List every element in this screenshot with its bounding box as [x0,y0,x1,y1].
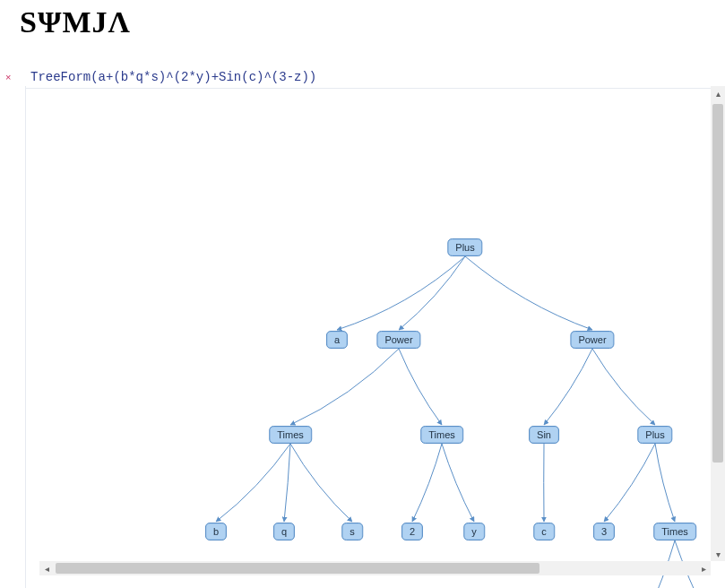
tree-node[interactable]: a [326,331,348,349]
tree-node[interactable]: b [205,523,227,540]
scroll-down-icon[interactable]: ▾ [711,547,725,561]
close-icon[interactable]: × [5,73,11,82]
output-panel[interactable]: PlusaPowerPowerTimesTimesSinPlusbqs2yc3T… [25,86,725,588]
tree-node[interactable]: q [273,523,295,540]
tree-node[interactable]: Times [653,523,696,540]
scroll-right-icon[interactable]: ▸ [696,561,711,575]
tree-node[interactable]: y [463,523,485,540]
horizontal-scroll-thumb[interactable] [56,563,539,574]
tree-node[interactable]: c [533,523,555,540]
tree-node[interactable]: Power [570,331,614,349]
tree-node[interactable]: Plus [447,238,482,256]
tree-node[interactable]: Plus [637,426,672,444]
tree-node[interactable]: s [341,523,363,540]
horizontal-scrollbar[interactable]: ◂ ▸ [39,561,711,575]
app-logo: SΨMJΛ [0,0,725,41]
tree-canvas: PlusaPowerPowerTimesTimesSinPlusbqs2yc3T… [26,86,725,588]
tree-node[interactable]: Sin [529,426,559,444]
tree-node[interactable]: 3 [593,523,615,540]
scroll-up-icon[interactable]: ▴ [711,86,725,100]
tree-edges [26,86,725,588]
vertical-scrollbar[interactable]: ▴ ▾ [711,86,725,561]
tree-node[interactable]: 2 [401,523,423,540]
tree-node[interactable]: Times [269,426,312,444]
tree-node[interactable]: Power [376,331,420,349]
vertical-scroll-thumb[interactable] [712,104,723,463]
scroll-left-icon[interactable]: ◂ [39,561,54,575]
tree-node[interactable]: Times [420,426,463,444]
